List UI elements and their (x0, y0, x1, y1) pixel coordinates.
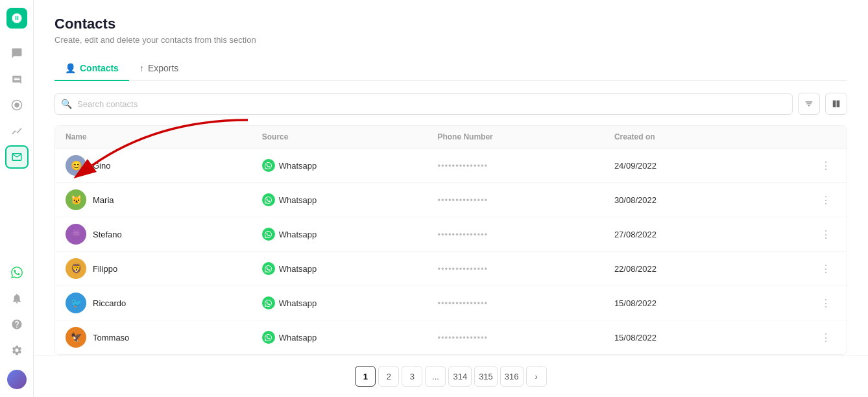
sidebar-item-broadcast[interactable] (5, 93, 29, 117)
contact-avatar: 🦁 (66, 258, 86, 279)
pagination: 123...314315316› (34, 355, 868, 397)
row-menu-button[interactable]: ⋮ (815, 192, 836, 208)
sidebar-item-notifications[interactable] (5, 287, 29, 310)
contact-name: Filippo (93, 264, 117, 274)
table-row: 👾 Stefano Whatsapp •••••••••••••• 27/08/… (55, 217, 847, 252)
row-menu-button[interactable]: ⋮ (815, 261, 836, 277)
search-row: 🔍 (54, 93, 847, 115)
sidebar-item-settings[interactable] (5, 339, 29, 362)
whatsapp-icon (262, 296, 275, 309)
contact-cell: 🦁 Filippo (66, 258, 241, 279)
source-cell: Whatsapp (262, 193, 417, 206)
user-avatar[interactable] (7, 370, 27, 389)
pagination-next-button[interactable]: › (526, 366, 547, 387)
source-label: Whatsapp (279, 333, 317, 343)
phone-number: •••••••••••••• (437, 264, 488, 274)
page-btn-314[interactable]: 314 (448, 366, 472, 387)
row-menu-button[interactable]: ⋮ (815, 295, 836, 311)
table-row: 😊 Gino Whatsapp •••••••••••••• 24/09/202… (55, 149, 847, 183)
contact-avatar: 🐦 (66, 293, 86, 313)
sidebar-item-messages[interactable] (5, 67, 29, 91)
contact-cell: 😊 Gino (66, 155, 241, 176)
search-input-wrap: 🔍 (54, 93, 793, 115)
col-source: Source (252, 126, 428, 149)
exports-tab-icon: ↑ (139, 63, 144, 73)
source-label: Whatsapp (279, 230, 317, 239)
sidebar-item-contacts[interactable] (5, 145, 29, 169)
source-cell: Whatsapp (262, 228, 417, 241)
filter-button[interactable] (798, 93, 820, 115)
page-subtitle: Create, edit and delete your contacts fr… (54, 35, 847, 45)
exports-tab-label: Exports (148, 63, 178, 73)
contacts-tab-label: Contacts (80, 63, 119, 73)
table-row: 🐦 Riccardo Whatsapp •••••••••••••• 15/08… (55, 286, 847, 320)
content-area: Contacts Create, edit and delete your co… (34, 0, 868, 355)
created-date: 15/08/2022 (604, 320, 750, 355)
col-created: Created on (604, 126, 750, 149)
contact-name: Maria (93, 195, 114, 205)
source-label: Whatsapp (279, 195, 317, 205)
phone-number: •••••••••••••• (437, 230, 488, 239)
contact-cell: 🐦 Riccardo (66, 293, 241, 313)
created-date: 22/08/2022 (604, 252, 750, 286)
source-label: Whatsapp (279, 161, 317, 171)
contact-avatar: 😊 (66, 155, 86, 176)
source-cell: Whatsapp (262, 262, 417, 275)
whatsapp-icon (262, 262, 275, 275)
sidebar-item-analytics[interactable] (5, 119, 29, 143)
row-menu-button[interactable]: ⋮ (815, 158, 836, 174)
created-date: 24/09/2022 (604, 149, 750, 183)
table-row: 🦁 Filippo Whatsapp •••••••••••••• 22/08/… (55, 252, 847, 286)
search-input[interactable] (54, 93, 793, 115)
col-phone: Phone Number (427, 126, 604, 149)
sidebar-bottom (5, 261, 29, 389)
phone-number: •••••••••••••• (437, 161, 488, 171)
source-cell: Whatsapp (262, 296, 417, 309)
contact-name: Riccardo (93, 298, 126, 308)
columns-button[interactable] (825, 93, 847, 115)
phone-number: •••••••••••••• (437, 298, 488, 308)
whatsapp-icon (262, 228, 275, 241)
row-menu-button[interactable]: ⋮ (815, 226, 836, 243)
source-label: Whatsapp (279, 264, 317, 274)
tab-exports[interactable]: ↑ Exports (129, 58, 189, 81)
whatsapp-icon (262, 193, 275, 206)
source-cell: Whatsapp (262, 159, 417, 172)
sidebar-item-help[interactable] (5, 313, 29, 336)
page-btn-315[interactable]: 315 (474, 366, 498, 387)
created-date: 27/08/2022 (604, 217, 750, 252)
contact-avatar: 🦅 (66, 327, 86, 348)
contact-cell: 👾 Stefano (66, 224, 241, 245)
main-content: Contacts Create, edit and delete your co… (34, 0, 868, 397)
col-actions (750, 126, 847, 149)
page-title: Contacts (54, 16, 847, 32)
created-date: 30/08/2022 (604, 183, 750, 217)
tab-contacts[interactable]: 👤 Contacts (54, 58, 129, 81)
tabs-container: 👤 Contacts ↑ Exports (54, 58, 847, 81)
sidebar-item-whatsapp[interactable] (5, 261, 29, 284)
contacts-table: Name Source Phone Number Created on 😊 Gi… (54, 125, 847, 355)
sidebar-item-chat[interactable] (5, 42, 29, 65)
table-row: 🦅 Tommaso Whatsapp •••••••••••••• 15/08/… (55, 320, 847, 355)
contact-cell: 🐱 Maria (66, 189, 241, 210)
search-icon: 🔍 (61, 99, 72, 109)
page-btn-1[interactable]: 1 (355, 366, 376, 387)
contacts-tab-icon: 👤 (65, 63, 76, 73)
page-btn-3[interactable]: 3 (402, 366, 422, 387)
contact-avatar: 👾 (66, 224, 86, 245)
table-row: 🐱 Maria Whatsapp •••••••••••••• 30/08/20… (55, 183, 847, 217)
row-menu-button[interactable]: ⋮ (815, 330, 836, 346)
app-logo (6, 8, 27, 29)
contact-name: Stefano (93, 230, 122, 239)
page-btn-316[interactable]: 316 (500, 366, 524, 387)
contact-cell: 🦅 Tommaso (66, 327, 241, 348)
phone-number: •••••••••••••• (437, 195, 488, 205)
whatsapp-icon (262, 331, 275, 344)
source-cell: Whatsapp (262, 331, 417, 344)
page-btn-2[interactable]: 2 (378, 366, 399, 387)
page-btn-...[interactable]: ... (425, 366, 446, 387)
source-label: Whatsapp (279, 298, 317, 308)
col-name: Name (55, 126, 252, 149)
contact-name: Tommaso (93, 333, 129, 343)
contact-name: Gino (93, 161, 110, 171)
